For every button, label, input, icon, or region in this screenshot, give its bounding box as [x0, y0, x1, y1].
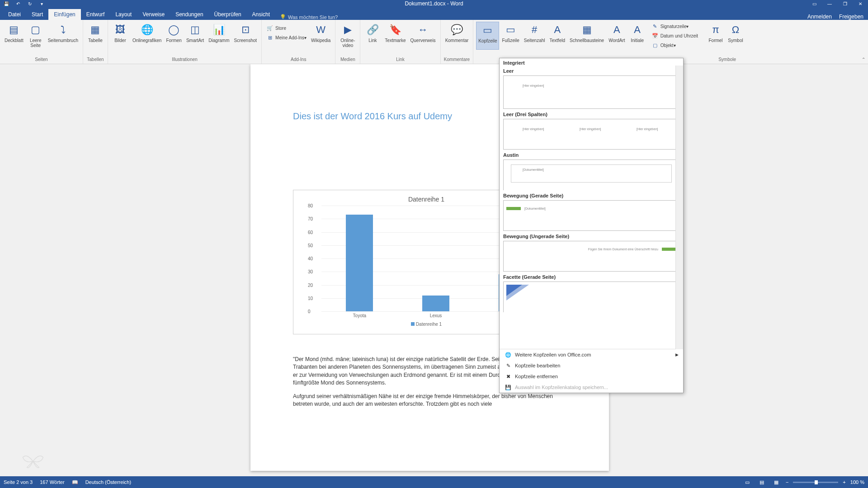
gallery-scrollbar[interactable]	[675, 66, 683, 349]
zoom-slider[interactable]	[793, 482, 838, 483]
deckblatt-button[interactable]: ▤Deckblatt	[3, 22, 25, 49]
video-icon: ▶	[340, 23, 355, 37]
object-icon: ▢	[651, 42, 659, 49]
zoom-out-icon[interactable]: −	[786, 479, 788, 485]
gallery-edit-header[interactable]: ✎Kopfzeile bearbeiten	[500, 360, 683, 371]
wordart-icon: A	[609, 23, 624, 37]
group-label-seiten: Seiten	[35, 56, 47, 63]
addins-icon: ⊞	[266, 34, 274, 41]
initiale-button[interactable]: AInitiale	[628, 22, 647, 50]
tab-einfuegen[interactable]: Einfügen	[48, 9, 80, 20]
gallery-item-leer[interactable]: [Hier eingeben]	[503, 75, 679, 109]
diagramm-button[interactable]: 📊Diagramm	[207, 22, 231, 44]
gallery-item-leer3[interactable]: [Hier eingeben] [Hier eingeben] [Hier ei…	[503, 119, 679, 150]
save-icon[interactable]: 💾	[2, 0, 11, 7]
tab-entwurf[interactable]: Entwurf	[81, 9, 110, 20]
symbol-button[interactable]: ΩSymbol	[726, 22, 745, 50]
gallery-item-bewegung-u[interactable]: Fügen Sie Ihrem Dokument eine Überschrif…	[503, 241, 679, 272]
tab-datei[interactable]: Datei	[3, 9, 26, 20]
store-button[interactable]: 🛒Store	[264, 23, 308, 33]
crossref-icon: ↔	[416, 23, 430, 37]
status-language[interactable]: Deutsch (Österreich)	[85, 479, 131, 485]
textbox-icon: A	[550, 23, 565, 37]
tell-me-search[interactable]: 💡 Was möchten Sie tun?	[280, 14, 338, 20]
shapes-icon: ◯	[167, 23, 181, 37]
gallery-item-facette[interactable]	[503, 282, 679, 312]
tab-verweise[interactable]: Verweise	[137, 9, 170, 20]
onlinevideo-button[interactable]: ▶Online-video	[338, 22, 357, 49]
onlinegrafiken-button[interactable]: 🌐Onlinegrafiken	[131, 22, 163, 44]
online-pictures-icon: 🌐	[140, 23, 154, 37]
chart-icon: 📊	[212, 23, 226, 37]
status-words[interactable]: 167 Wörter	[40, 479, 64, 485]
kommentar-button[interactable]: 💬Kommentar	[443, 22, 471, 44]
screenshot-icon: ⊡	[238, 23, 253, 37]
bilder-button[interactable]: 🖼Bilder	[111, 22, 130, 44]
gallery-item-austin-label: Austin	[503, 152, 679, 158]
seitenumbruch-button[interactable]: ⤵Seitenumbruch	[46, 22, 80, 49]
status-page[interactable]: Seite 2 von 3	[4, 479, 33, 485]
datum-uhrzeit-button[interactable]: 📅Datum und Uhrzeit	[650, 31, 700, 40]
screenshot-button[interactable]: ⊡Screenshot	[232, 22, 259, 44]
kopfzeile-button[interactable]: ▭Kopfzeile	[476, 22, 499, 50]
zoom-level[interactable]: 100 %	[850, 479, 864, 485]
save-gallery-icon: 💾	[504, 384, 512, 391]
share-button[interactable]: Freigeben	[839, 14, 863, 20]
gallery-remove-header[interactable]: ✖Kopfzeile entfernen	[500, 371, 683, 382]
group-label-medien: Medien	[340, 56, 355, 63]
pictures-icon: 🖼	[113, 23, 127, 37]
edit-icon: ✎	[504, 362, 512, 369]
gallery-item-austin[interactable]: [Dokumenttitel]	[503, 160, 679, 190]
tab-ansicht[interactable]: Ansicht	[247, 9, 275, 20]
minimize-icon[interactable]: —	[822, 0, 837, 7]
document-area[interactable]: Dies ist der Word 2016 Kurs auf Udemy Da…	[0, 64, 868, 476]
signin-link[interactable]: Anmelden	[807, 14, 832, 20]
tab-layout[interactable]: Layout	[110, 9, 137, 20]
page-break-icon: ⤵	[56, 23, 70, 37]
fusszeile-button[interactable]: ▭Fußzeile	[500, 22, 521, 50]
textmarke-button[interactable]: 🔖Textmarke	[383, 22, 407, 44]
remove-icon: ✖	[504, 373, 512, 380]
wordart-button[interactable]: AWordArt	[607, 22, 627, 50]
textfeld-button[interactable]: ATextfeld	[548, 22, 567, 50]
chevron-right-icon: ▶	[675, 352, 679, 357]
smartart-icon: ◫	[188, 23, 203, 37]
objekt-button[interactable]: ▢Objekt ▾	[650, 41, 700, 50]
ribbon-collapse-icon[interactable]: ⌃	[862, 57, 865, 62]
blank-page-icon: ▢	[28, 23, 43, 37]
redo-icon[interactable]: ↻	[25, 0, 34, 7]
chart-x-label: Toyota	[337, 311, 382, 318]
tabelle-button[interactable]: ▦Tabelle	[86, 22, 105, 44]
signaturzeile-button[interactable]: ✎Signaturzeile ▾	[650, 22, 700, 31]
my-addins-button[interactable]: ⊞Meine Add-Ins ▾	[264, 33, 308, 42]
wikipedia-button[interactable]: WWikipedia	[309, 22, 332, 44]
formen-button[interactable]: ◯Formen	[164, 22, 183, 44]
restore-icon[interactable]: ❐	[837, 0, 853, 7]
group-label-illustrationen: Illustrationen	[172, 56, 198, 63]
leere-seite-button[interactable]: ▢LeereSeite	[26, 22, 45, 49]
smartart-button[interactable]: ◫SmartArt	[184, 22, 206, 44]
tab-start[interactable]: Start	[26, 9, 48, 20]
link-button[interactable]: 🔗Link	[363, 22, 382, 44]
document-heading[interactable]: Dies ist der Word 2016 Kurs auf Udemy	[293, 111, 452, 122]
gallery-more-office[interactable]: 🌐Weitere Kopfzeilen von Office.com▶	[500, 349, 683, 360]
formel-button[interactable]: πFormel	[706, 22, 725, 50]
close-icon[interactable]: ✕	[853, 0, 868, 7]
view-print-icon[interactable]: ▤	[757, 478, 767, 486]
tab-ueberpruefen[interactable]: Überprüfen	[209, 9, 247, 20]
view-read-icon[interactable]: ▭	[742, 478, 752, 486]
zoom-in-icon[interactable]: +	[843, 479, 845, 485]
undo-icon[interactable]: ↶	[14, 0, 23, 7]
status-proof-icon[interactable]: 📖	[72, 479, 78, 485]
datetime-icon: 📅	[651, 32, 659, 39]
querverweis-button[interactable]: ↔Querverweis	[408, 22, 437, 44]
schnellbausteine-button[interactable]: ▦Schnellbausteine	[568, 22, 606, 50]
gallery-item-bewegung-g[interactable]: [Dokumenttitel]	[503, 200, 679, 231]
seitenzahl-button[interactable]: #Seitenzahl	[522, 22, 547, 50]
qat-more-icon[interactable]: ▾	[37, 0, 46, 7]
ribbon-display-options-icon[interactable]: ▭	[807, 0, 822, 7]
view-web-icon[interactable]: ▦	[771, 478, 781, 486]
pagenumber-icon: #	[527, 23, 542, 37]
chart-x-label: Lexus	[413, 311, 458, 318]
tab-sendungen[interactable]: Sendungen	[170, 9, 208, 20]
